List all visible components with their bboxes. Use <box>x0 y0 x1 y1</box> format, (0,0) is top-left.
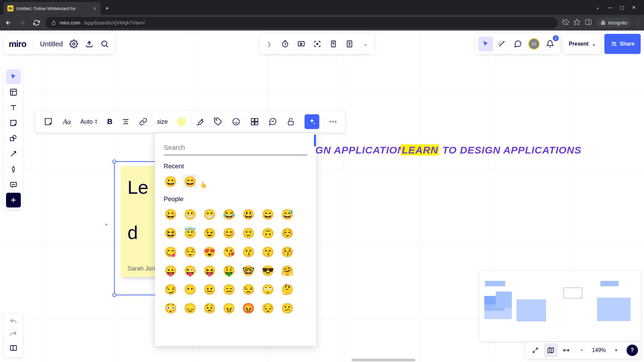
reload-button[interactable] <box>32 18 42 28</box>
comment-button[interactable] <box>264 111 282 132</box>
emoji-item[interactable]: 😕 <box>280 301 294 315</box>
emoji-item[interactable]: ☺️ <box>280 226 294 240</box>
minimap[interactable] <box>480 271 641 341</box>
url-field[interactable]: miro.com/app/board/uXjVMqk7Vtw=/ <box>46 17 558 28</box>
emoji-item[interactable]: 😶 <box>183 283 197 296</box>
emoji-item[interactable]: 😅 <box>280 207 294 221</box>
forward-button[interactable] <box>17 18 28 28</box>
resize-handle[interactable] <box>112 293 116 297</box>
board-title[interactable]: Untitled <box>40 40 63 48</box>
emoji-item[interactable]: 😂 <box>222 207 235 221</box>
more-apps-icon[interactable]: ⌄ <box>361 40 370 48</box>
emoji-item[interactable]: 🤑 <box>222 264 235 277</box>
emoji-item[interactable]: 🤔 <box>280 283 294 296</box>
emoji-item[interactable]: 😔 <box>261 301 274 315</box>
resize-handle[interactable] <box>112 160 116 164</box>
browser-tab[interactable]: m Untitled, Online Whiteboard for ✕ <box>3 2 101 15</box>
sticky-size[interactable]: size <box>152 111 172 132</box>
back-button[interactable] <box>3 18 13 28</box>
panel-icon[interactable] <box>585 18 592 27</box>
select-tool[interactable] <box>6 69 21 84</box>
presentation-icon[interactable] <box>297 40 306 48</box>
emoji-button[interactable] <box>227 111 245 132</box>
share-button[interactable]: Share <box>604 34 641 54</box>
more-button[interactable]: ••• <box>324 111 341 132</box>
emoji-item[interactable]: 😝 <box>203 264 216 277</box>
emoji-item[interactable]: 🙄 <box>261 283 274 296</box>
fullscreen-button[interactable] <box>528 343 542 357</box>
emoji-item[interactable]: 😙 <box>261 245 274 258</box>
timer-icon[interactable] <box>281 40 289 48</box>
kebab-icon[interactable]: ⋮ <box>635 19 641 26</box>
help-button[interactable]: ? <box>627 345 638 356</box>
emoji-search-input[interactable] <box>164 141 307 155</box>
emoji-item[interactable]: 😃 <box>241 207 255 221</box>
canvas-text[interactable]: GN APPLICATIONS <box>315 144 412 156</box>
emoji-item[interactable]: 🤓 <box>241 264 255 277</box>
sticky-tool[interactable] <box>6 116 21 130</box>
gear-icon[interactable] <box>69 40 78 48</box>
emoji-item[interactable]: 😁 <box>203 207 216 221</box>
emoji-item[interactable]: 😊 <box>222 226 235 240</box>
emoji-item[interactable]: 😐 <box>203 283 216 296</box>
eye-off-icon[interactable] <box>562 18 569 27</box>
emoji-item[interactable]: 😬 <box>183 207 197 221</box>
search-icon[interactable] <box>100 40 109 48</box>
emoji-item[interactable]: 😆 <box>164 226 177 240</box>
zoom-in-button[interactable]: + <box>609 343 623 357</box>
redo-button[interactable] <box>6 328 21 340</box>
tag-button[interactable] <box>209 111 227 132</box>
pen-tool[interactable] <box>6 162 21 177</box>
emoji-item[interactable]: 😀 <box>164 207 177 221</box>
export-icon[interactable] <box>85 40 94 48</box>
zoom-percentage[interactable]: 149% <box>590 347 608 353</box>
emoji-item[interactable]: 😘 <box>222 245 235 258</box>
emoji-item[interactable]: 🤗 <box>280 264 294 277</box>
emoji-item[interactable]: 😗 <box>241 245 255 258</box>
present-button[interactable]: Present ⌄ <box>564 34 601 54</box>
chevron-right-icon[interactable]: ❯ <box>265 40 273 48</box>
highlighter-button[interactable] <box>191 111 209 132</box>
emoji-item[interactable]: 😏 <box>164 283 177 296</box>
emoji-item[interactable]: 😎 <box>261 264 274 277</box>
fit-button[interactable] <box>559 343 573 357</box>
emoji-item[interactable]: 🙃 <box>261 226 274 240</box>
notifications-icon[interactable]: 2 <box>543 37 557 51</box>
emoji-item[interactable]: 😉 <box>203 226 216 240</box>
arrow-tool[interactable] <box>6 146 21 161</box>
voting-icon[interactable] <box>329 40 338 48</box>
horizontal-scrollbar[interactable] <box>352 359 415 361</box>
emoji-item[interactable]: 😟 <box>203 301 216 315</box>
close-icon[interactable]: ✕ <box>93 6 97 11</box>
cursor-tool[interactable] <box>478 37 493 51</box>
frames-panel-button[interactable] <box>4 339 23 357</box>
font-size-auto[interactable]: Auto▲▼ <box>75 111 102 132</box>
emoji-item[interactable]: 😜 <box>183 264 197 277</box>
emoji-item[interactable]: 😒 <box>241 283 255 296</box>
lock-button[interactable] <box>282 111 300 132</box>
emoji-item[interactable]: 🙂 <box>241 226 255 240</box>
shapes-tool[interactable] <box>6 131 21 146</box>
undo-button[interactable] <box>6 316 21 327</box>
minimize-icon[interactable]: ― <box>608 5 612 10</box>
emoji-item[interactable]: 😑 <box>222 283 235 296</box>
new-tab-button[interactable]: + <box>101 2 114 15</box>
star-icon[interactable] <box>573 18 581 27</box>
emoji-item[interactable]: 😞 <box>183 301 197 315</box>
comments-icon[interactable] <box>511 37 525 51</box>
templates-tool[interactable] <box>6 85 21 100</box>
miro-logo[interactable]: miro <box>9 39 26 49</box>
layout-button[interactable] <box>246 111 264 132</box>
ai-button[interactable] <box>300 111 324 132</box>
minimap-toggle[interactable] <box>544 343 558 357</box>
align-button[interactable] <box>117 111 135 132</box>
emoji-item[interactable]: 😌 <box>183 245 197 258</box>
emoji-item[interactable]: 😄 <box>183 175 197 188</box>
switch-type-button[interactable] <box>39 111 58 132</box>
emoji-item[interactable]: 😠 <box>222 301 235 315</box>
color-button[interactable] <box>172 111 191 132</box>
frame-focus-icon[interactable] <box>313 40 322 48</box>
emoji-item[interactable]: 😳 <box>164 301 177 315</box>
comment-tool[interactable] <box>6 177 21 192</box>
close-window-icon[interactable]: ✕ <box>632 5 637 10</box>
